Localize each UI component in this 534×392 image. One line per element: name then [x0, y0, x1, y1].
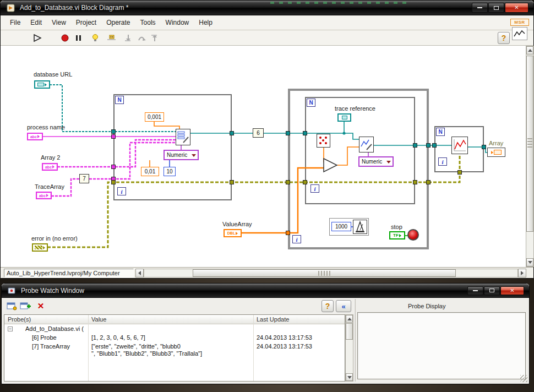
step-over-icon[interactable]: [135, 32, 148, 44]
stop-terminal[interactable]: TF: [389, 231, 405, 239]
process-name-terminal[interactable]: abc: [27, 133, 43, 140]
menu-edit[interactable]: Edit: [25, 17, 47, 29]
path-glyph: [37, 83, 44, 86]
col-last-update[interactable]: Last Update: [257, 316, 289, 323]
menu-tools[interactable]: Tools: [135, 17, 161, 29]
bd-close-button[interactable]: ✕: [505, 3, 528, 13]
column-divider[interactable]: [88, 315, 89, 381]
probe-window-icon: [6, 285, 18, 297]
label-database-url: database URL: [34, 71, 72, 78]
probe-row-value[interactable]: [1, 2, 3, 0, 4, 5, 6, 7]: [91, 334, 145, 341]
probe-maximize-button[interactable]: [484, 286, 500, 295]
labview-app-icon: [4, 2, 17, 14]
ring-label: Numeric: [167, 152, 187, 158]
menu-window[interactable]: Window: [161, 17, 194, 29]
bd-window-title: Add_to_Database.vi Block Diagram *: [20, 4, 128, 12]
bd-statusbar: Auto_Lib_HyperTrend.lvproj/My Computer: [1, 267, 533, 278]
menu-project[interactable]: Project: [71, 17, 101, 29]
window-resize-grip[interactable]: [520, 375, 527, 382]
retain-wire-values-icon[interactable]: [106, 32, 118, 44]
canvas-vscrollbar: [526, 46, 534, 267]
menu-file[interactable]: File: [5, 17, 25, 29]
scroll-left-button[interactable]: [135, 269, 144, 277]
indicator-arrow: [491, 151, 493, 154]
menu-view[interactable]: View: [47, 17, 71, 29]
append-waveform-node[interactable]: [359, 137, 374, 153]
tracearray-terminal[interactable]: abc: [36, 192, 52, 199]
menu-operate[interactable]: Operate: [101, 17, 135, 29]
abort-button[interactable]: [59, 32, 71, 44]
canvas-hscrollbar: [144, 269, 518, 277]
col-value[interactable]: Value: [91, 316, 106, 323]
abc-glyph: abc: [45, 165, 52, 169]
vscroll-thumb[interactable]: [526, 56, 533, 232]
context-help-button[interactable]: ?: [498, 32, 510, 44]
open-probe-window-button[interactable]: [6, 300, 18, 312]
numeric-constant[interactable]: 0,01: [141, 167, 159, 176]
tree-collapse-toggle[interactable]: −: [8, 326, 13, 331]
step-into-icon[interactable]: [122, 32, 134, 44]
probe-row-name[interactable]: [7] TraceArray: [32, 343, 70, 350]
scroll-up-button[interactable]: [346, 315, 353, 323]
wire-probe-6[interactable]: 6: [253, 128, 264, 138]
scroll-right-button[interactable]: [518, 269, 526, 277]
scroll-up-button[interactable]: [526, 46, 533, 55]
probe-table: Probe(s) Value Last Update − Add_to_Data…: [4, 314, 345, 382]
probe-display-label: Probe Display: [408, 303, 445, 309]
ring-constant-numeric[interactable]: Numeric: [164, 150, 199, 160]
pause-button[interactable]: [73, 32, 85, 44]
numeric-constant[interactable]: 10: [164, 167, 176, 176]
probe-row-name[interactable]: [6] Probe: [32, 334, 57, 341]
trend-tool-icon[interactable]: [512, 27, 527, 40]
col-probes[interactable]: Probe(s): [8, 316, 31, 323]
bd-toolbar: ?: [1, 30, 533, 46]
loop-iteration-terminal: i: [310, 184, 319, 193]
scroll-down-button[interactable]: [526, 258, 533, 266]
abc-glyph: abc: [30, 135, 37, 139]
run-button[interactable]: [31, 32, 43, 44]
step-out-icon[interactable]: [149, 32, 161, 44]
array-indicator-terminal[interactable]: [487, 148, 505, 157]
bd-minimize-button[interactable]: [472, 3, 488, 13]
loop-iteration-terminal: i: [292, 235, 301, 243]
probe-row-value[interactable]: ", "Blubb1", "Blubb2", "Blubb3", "Tralla…: [91, 350, 202, 357]
ring-constant-numeric[interactable]: Numeric: [358, 156, 394, 167]
waveform-chart-node[interactable]: [451, 137, 468, 154]
label-process-name: process name: [27, 124, 65, 130]
probe-close-button[interactable]: ✕: [500, 286, 524, 295]
database-url-terminal[interactable]: [34, 80, 50, 89]
valuearray-terminal[interactable]: DBL: [224, 229, 242, 237]
hscroll-thumb[interactable]: [193, 269, 456, 277]
probe-window-title: Probe Watch Window: [21, 287, 84, 295]
probe-display-pane: Probe Display: [356, 299, 528, 382]
msr-toolbar-badge[interactable]: MSR: [510, 19, 529, 26]
highlight-execution-icon[interactable]: [89, 32, 101, 44]
loop-count-terminal: N: [115, 96, 124, 104]
vscroll-thumb[interactable]: [346, 323, 353, 340]
probe-help-button[interactable]: ?: [322, 300, 334, 312]
probe-row-updated: 24.04.2013 13:17:53: [257, 334, 312, 341]
trace-reference-terminal[interactable]: [337, 113, 351, 122]
collapse-pane-button[interactable]: «: [336, 300, 351, 312]
numeric-constant[interactable]: 0,001: [145, 112, 164, 122]
wire-probe-7[interactable]: 7: [79, 174, 89, 183]
execution-target-selector[interactable]: Auto_Lib_HyperTrend.lvproj/My Computer: [4, 269, 134, 277]
menu-help[interactable]: Help: [194, 17, 217, 29]
multiply-compare-node[interactable]: [323, 157, 339, 173]
bd-maximize-button[interactable]: [488, 3, 504, 13]
column-divider[interactable]: [253, 315, 254, 381]
numeric-constant[interactable]: 1000: [331, 222, 351, 231]
scroll-down-button[interactable]: [346, 373, 353, 381]
error-in-terminal[interactable]: [32, 243, 48, 252]
array2-terminal[interactable]: abc: [42, 163, 58, 171]
loop-condition-stop-button[interactable]: [407, 229, 419, 241]
probe-row-value[interactable]: ["erste", "zweite", "dritte", "blubb0: [91, 343, 181, 350]
random-number-dice-node[interactable]: [317, 134, 330, 148]
probe-minimize-button[interactable]: [467, 286, 483, 295]
add-probe-button[interactable]: [19, 300, 31, 312]
block-diagram-window: Add_to_Database.vi Block Diagram * ✕ Fil…: [0, 0, 534, 279]
database-write-node[interactable]: [176, 129, 190, 145]
delete-probe-button[interactable]: ✕: [35, 300, 47, 312]
tree-root-vi[interactable]: Add_to_Database.vi (: [25, 325, 84, 332]
wait-ms-metronome-node[interactable]: [353, 220, 367, 234]
